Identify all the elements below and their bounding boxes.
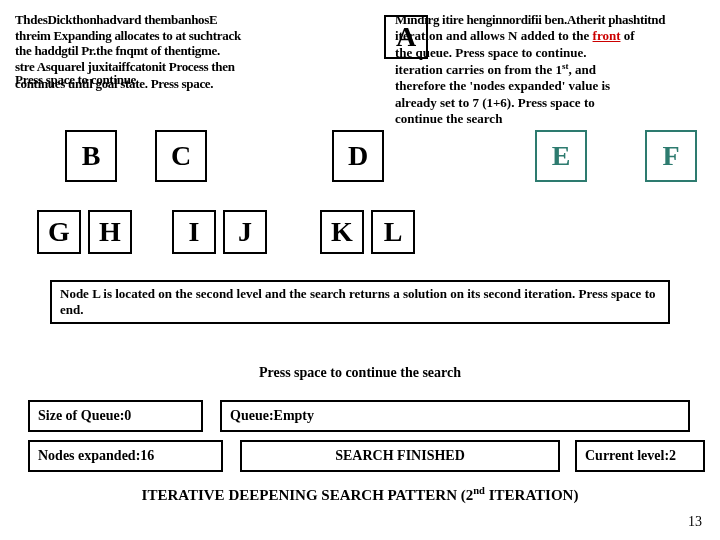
footer-title: ITERATIVE DEEPENING SEARCH PATTERN (2nd … bbox=[0, 485, 720, 504]
right-line-d-wrap: iteration carries on from the 1st, and bbox=[395, 61, 700, 79]
right-front: front bbox=[593, 28, 621, 43]
nodes-expanded-value: 16 bbox=[140, 448, 154, 464]
node-k-label: K bbox=[331, 216, 353, 248]
node-l-label: L bbox=[384, 216, 403, 248]
status-text: SEARCH FINISHED bbox=[335, 448, 465, 464]
node-g-label: G bbox=[48, 216, 70, 248]
node-j-label: J bbox=[238, 216, 252, 248]
level-value: 2 bbox=[669, 448, 676, 464]
node-h-label: H bbox=[99, 216, 121, 248]
node-i-label: I bbox=[189, 216, 200, 248]
node-b-label: B bbox=[82, 140, 101, 172]
left-garbled-2: threim Expanding allocates to at suchtra… bbox=[15, 28, 375, 44]
node-c-label: C bbox=[171, 140, 191, 172]
footer-b: ITERATION) bbox=[485, 487, 579, 503]
right-line-e: therefore the 'nodes expanded' value is bbox=[395, 78, 700, 94]
node-l: L bbox=[371, 210, 415, 254]
right-line-a: iteration and allows N added to the bbox=[395, 28, 593, 43]
node-j: J bbox=[223, 210, 267, 254]
queue-cell: Queue: Empty bbox=[220, 400, 690, 432]
left-garbled-1: ThdesDickthonhadvard thembanhosE bbox=[15, 12, 375, 28]
node-k: K bbox=[320, 210, 364, 254]
queue-size-cell: Size of Queue: 0 bbox=[28, 400, 203, 432]
right-line-c: the queue. Press space to continue. bbox=[395, 45, 700, 61]
node-c: C bbox=[155, 130, 207, 182]
node-g: G bbox=[37, 210, 81, 254]
slide-number: 13 bbox=[688, 514, 702, 530]
slide-number-value: 13 bbox=[688, 514, 702, 529]
right-line-g: continue the search bbox=[395, 111, 700, 127]
continue-prompt[interactable]: Press space to continue the search bbox=[0, 365, 720, 381]
left-garbled-3: the haddgtil Pr.the fnqmt of thentigme. bbox=[15, 43, 375, 59]
right-overlay-block: Mindirg itire henginnordifii ben.Atherit… bbox=[395, 12, 700, 127]
node-d-label: D bbox=[348, 140, 368, 172]
level-label: Current level: bbox=[585, 448, 669, 464]
queue-value: Empty bbox=[274, 408, 314, 424]
node-e: E bbox=[535, 130, 587, 182]
right-line-d: iteration carries on from the 1 bbox=[395, 62, 562, 77]
right-garbled-1: Mindirg itire henginnordifii ben.Atherit… bbox=[395, 12, 700, 28]
node-h: H bbox=[88, 210, 132, 254]
right-line-a-end: of bbox=[620, 28, 634, 43]
node-b: B bbox=[65, 130, 117, 182]
status-cell: SEARCH FINISHED bbox=[240, 440, 560, 472]
node-f-label: F bbox=[662, 140, 679, 172]
left-line-7: continues until goal state. Press space. bbox=[15, 76, 375, 92]
nodes-expanded-label: Nodes expanded: bbox=[38, 448, 140, 464]
footer-a: ITERATIVE DEEPENING SEARCH PATTERN (2 bbox=[142, 487, 474, 503]
nodes-expanded-cell: Nodes expanded: 16 bbox=[28, 440, 223, 472]
queue-size-label: Size of Queue: bbox=[38, 408, 124, 424]
node-i: I bbox=[172, 210, 216, 254]
message-text: Node L is located on the second level an… bbox=[60, 286, 655, 317]
prompt-text: Press space to continue the search bbox=[259, 365, 461, 380]
right-line-d-end: , and bbox=[568, 62, 595, 77]
right-line-f: already set to 7 (1+6). Press space to bbox=[395, 95, 700, 111]
queue-label: Queue: bbox=[230, 408, 274, 424]
footer-sup: nd bbox=[473, 485, 485, 496]
message-box: Node L is located on the second level an… bbox=[50, 280, 670, 324]
node-f: F bbox=[645, 130, 697, 182]
queue-size-value: 0 bbox=[124, 408, 131, 424]
right-line-mix: iteration and allows N added to the fron… bbox=[395, 28, 700, 44]
node-e-label: E bbox=[552, 140, 571, 172]
node-d: D bbox=[332, 130, 384, 182]
left-overlay-block: ThdesDickthonhadvard thembanhosE threim … bbox=[15, 12, 375, 106]
level-cell: Current level: 2 bbox=[575, 440, 705, 472]
